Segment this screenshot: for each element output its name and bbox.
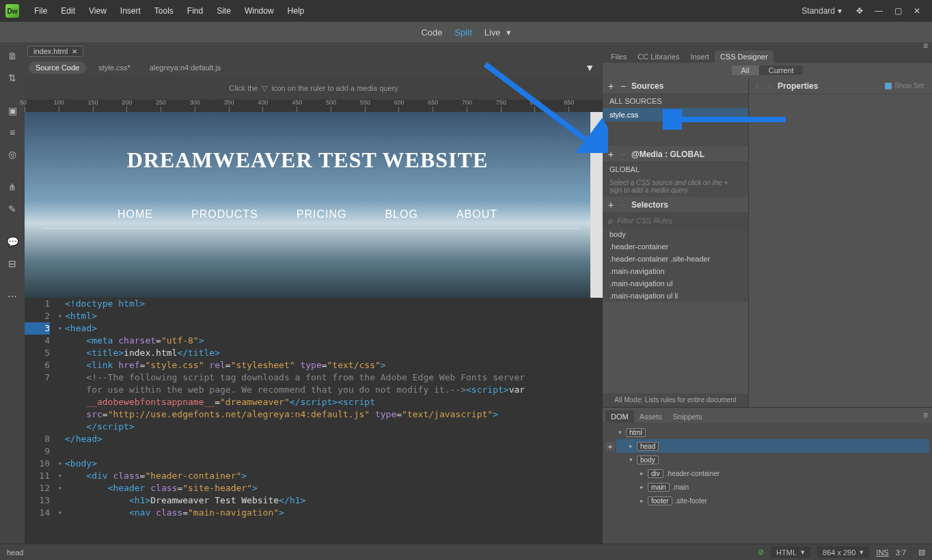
- app-logo: Dw: [5, 4, 19, 18]
- file-tab-index[interactable]: index.html✕: [27, 46, 83, 57]
- global-media[interactable]: GLOBAL: [603, 163, 748, 176]
- style-css-tab[interactable]: style.css*: [92, 61, 137, 74]
- live-preview[interactable]: DREAMWEAVER TEST WEBSITE HOMEPRODUCTSPRI…: [25, 112, 603, 298]
- nav-blog[interactable]: BLOG: [385, 208, 417, 221]
- show-set-toggle[interactable]: Show Set: [885, 82, 924, 89]
- lang-selector[interactable]: HTML▾: [771, 546, 810, 558]
- status-bar: head ⊘ HTML▾ 864 x 290▾ INS 3:7 ▧: [0, 544, 932, 560]
- ruler[interactable]: 5010015020025030035040045050055060065070…: [25, 100, 603, 112]
- breadcrumb[interactable]: head: [7, 548, 23, 557]
- remove-selector-icon[interactable]: −: [619, 199, 627, 210]
- add-source-icon[interactable]: +: [607, 81, 615, 92]
- tab-files[interactable]: Files: [605, 51, 632, 63]
- menu-help[interactable]: Help: [281, 6, 312, 16]
- viewport-size[interactable]: 864 x 290▾: [817, 546, 869, 558]
- view-live[interactable]: Live: [484, 27, 501, 38]
- format-icon[interactable]: ⋔: [5, 180, 19, 194]
- insert-mode[interactable]: INS: [876, 548, 888, 557]
- live-icon[interactable]: ◎: [5, 148, 19, 161]
- breakpoint-icon: ▽: [262, 84, 267, 93]
- status-ok-icon: ⊘: [758, 548, 764, 557]
- media-header: + − @Media : GLOBAL: [603, 146, 748, 163]
- media-hint: Select a CSS source and click on the + s…: [603, 176, 748, 197]
- selector-filter: ⌕: [603, 213, 748, 228]
- tab-cc-libraries[interactable]: CC Libraries: [632, 51, 685, 63]
- all-sources-label[interactable]: ALL SOURCES: [603, 94, 748, 108]
- more-icon[interactable]: ⋯: [5, 290, 19, 303]
- workspace-switcher[interactable]: Standard▾: [801, 6, 842, 16]
- selector-item[interactable]: .header-container: [603, 240, 748, 253]
- tab-assets[interactable]: Assets: [634, 410, 668, 423]
- related-files-bar: Source Code style.css* alegreya:n4:defau…: [25, 59, 603, 76]
- source-style-css[interactable]: style.css: [603, 108, 748, 122]
- close-icon[interactable]: ✕: [910, 5, 924, 16]
- dom-node-body[interactable]: ▾body: [616, 453, 929, 466]
- add-media-icon[interactable]: +: [607, 149, 615, 160]
- view-dropdown-icon[interactable]: ▾: [506, 27, 511, 38]
- tab-snippets[interactable]: Snippets: [668, 410, 708, 423]
- cursor-position: 3:7: [896, 548, 906, 557]
- dom-node-footer[interactable]: ▸footer.site-footer: [616, 494, 929, 507]
- tab-dom[interactable]: DOM: [605, 410, 634, 423]
- menu-window[interactable]: Window: [238, 6, 281, 16]
- dom-node-main[interactable]: ▸main.main: [616, 480, 929, 494]
- document-tabs: index.html✕: [25, 42, 603, 59]
- sync-icon[interactable]: ✥: [853, 5, 866, 16]
- dom-node-head[interactable]: ▸head: [616, 439, 929, 453]
- minimize-icon[interactable]: —: [872, 5, 886, 16]
- add-property-icon[interactable]: +: [753, 81, 761, 92]
- dom-node-div[interactable]: ▸div.header-container: [616, 466, 929, 480]
- close-tab-icon[interactable]: ✕: [72, 48, 77, 55]
- nav-pricing[interactable]: PRICING: [297, 208, 347, 221]
- add-selector-icon[interactable]: +: [607, 199, 615, 210]
- menu-edit[interactable]: Edit: [54, 6, 82, 16]
- collapse-icon[interactable]: ⊟: [5, 257, 19, 270]
- source-code-tab[interactable]: Source Code: [29, 61, 86, 74]
- view-code[interactable]: Code: [421, 27, 442, 38]
- mode-current[interactable]: Current: [759, 66, 804, 75]
- selector-item[interactable]: .main-navigation: [603, 265, 748, 277]
- menu-insert[interactable]: Insert: [113, 6, 148, 16]
- file-mgmt-icon[interactable]: 🗎: [5, 49, 19, 63]
- right-panel-tabs: Files CC Libraries Insert CSS Designer: [603, 48, 932, 63]
- remove-property-icon[interactable]: −: [765, 81, 773, 92]
- expand-icon[interactable]: ≡: [5, 126, 19, 139]
- remove-media-icon[interactable]: −: [619, 149, 627, 160]
- tab-css-designer[interactable]: CSS Designer: [715, 51, 773, 63]
- menu-tools[interactable]: Tools: [148, 6, 180, 16]
- nav-home[interactable]: HOME: [118, 208, 153, 221]
- selector-item[interactable]: .main-navigation ul: [603, 277, 748, 290]
- inspect-icon[interactable]: ▣: [5, 104, 19, 117]
- preview-icon[interactable]: ▧: [918, 548, 925, 557]
- selector-item[interactable]: .header-container .site-header: [603, 253, 748, 265]
- remove-source-icon[interactable]: −: [619, 81, 627, 92]
- nav-about[interactable]: ABOUT: [456, 208, 497, 221]
- mode-all[interactable]: All: [732, 66, 759, 75]
- dom-node-html[interactable]: ▾html: [616, 425, 929, 439]
- code-editor[interactable]: 1234567891011121314 ▾▾▾▾▾▾ <!doctype htm…: [25, 298, 603, 544]
- dom-panel-tabs: DOM Assets Snippets: [603, 408, 932, 423]
- search-icon: ⌕: [608, 216, 613, 225]
- menu-site[interactable]: Site: [210, 6, 238, 16]
- selectors-header: + − Selectors: [603, 197, 748, 213]
- comment-icon[interactable]: 💬: [5, 235, 19, 249]
- menu-file[interactable]: File: [27, 6, 54, 16]
- selector-item[interactable]: body: [603, 228, 748, 240]
- menu-view[interactable]: View: [82, 6, 113, 16]
- selector-item[interactable]: .main-navigation ul li: [603, 290, 748, 302]
- wand-icon[interactable]: ✎: [5, 202, 19, 216]
- nav-products[interactable]: PRODUCTS: [191, 208, 258, 221]
- dom-add-icon[interactable]: +: [605, 442, 615, 451]
- menu-find[interactable]: Find: [180, 6, 210, 16]
- font-js-tab[interactable]: alegreya:n4:default.js: [143, 61, 228, 74]
- tab-insert[interactable]: Insert: [685, 51, 715, 63]
- dom-tree[interactable]: + ▾html ▸head ▾body ▸div.header-containe…: [603, 423, 932, 544]
- filter-icon[interactable]: ▼: [585, 62, 594, 73]
- filter-css-input[interactable]: [617, 216, 743, 225]
- maximize-icon[interactable]: ▢: [891, 5, 905, 16]
- media-query-hint: Click the ▽ icon on the ruler to add a m…: [25, 76, 603, 100]
- git-icon[interactable]: ⇅: [5, 71, 19, 85]
- view-switcher: Code Split Live ▾: [0, 22, 932, 42]
- view-split[interactable]: Split: [454, 27, 471, 38]
- mode-segment[interactable]: All Current: [732, 66, 804, 75]
